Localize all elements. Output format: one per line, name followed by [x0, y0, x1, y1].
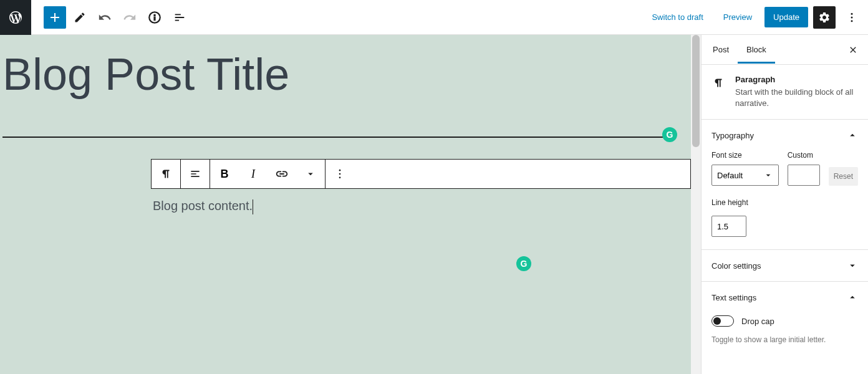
main-area: Blog Post Title G B I [0, 35, 868, 374]
close-sidebar-button[interactable] [841, 40, 866, 60]
font-size-value: Default [717, 171, 743, 180]
gear-icon [818, 11, 831, 24]
settings-sidebar: Post Block Paragraph Start with the buil… [701, 35, 868, 374]
typography-header[interactable]: Typography [702, 120, 868, 151]
outline-icon [173, 11, 186, 24]
wordpress-icon [8, 10, 23, 25]
svg-point-0 [154, 14, 155, 16]
typography-title: Typography [711, 131, 754, 140]
italic-icon: I [251, 168, 255, 181]
svg-point-4 [851, 16, 853, 18]
paragraph-icon [159, 167, 173, 181]
undo-button[interactable] [94, 6, 116, 29]
drop-cap-label: Drop cap [741, 317, 774, 326]
block-info-panel: Paragraph Start with the building block … [702, 65, 868, 120]
chevron-up-icon [847, 130, 858, 141]
settings-button[interactable] [813, 6, 836, 29]
plus-icon [47, 10, 62, 25]
editor-canvas[interactable]: Blog Post Title G B I [0, 35, 701, 374]
more-formatting-button[interactable] [296, 160, 325, 188]
more-vertical-icon [334, 168, 346, 180]
italic-button[interactable]: I [239, 160, 268, 188]
edit-mode-button[interactable] [69, 6, 91, 29]
bold-button[interactable]: B [210, 160, 239, 188]
color-settings-section: Color settings [702, 250, 868, 282]
outline-button[interactable] [168, 6, 191, 29]
drop-cap-toggle[interactable] [711, 315, 734, 327]
svg-point-3 [851, 12, 853, 14]
undo-icon [98, 11, 112, 24]
post-content[interactable]: Blog post content. [153, 199, 691, 214]
reset-button[interactable]: Reset [829, 167, 858, 186]
block-more-options-button[interactable] [326, 160, 354, 188]
redo-button[interactable] [118, 6, 141, 29]
tab-block[interactable]: Block [738, 36, 775, 63]
chevron-down-icon [763, 170, 773, 180]
scrollbar-track[interactable] [691, 35, 701, 374]
link-button[interactable] [268, 160, 296, 188]
toggle-knob [713, 317, 721, 325]
toolbar-right: Switch to draft Preview Update [644, 6, 868, 29]
svg-point-6 [339, 170, 341, 171]
close-icon [848, 45, 858, 55]
more-vertical-icon [846, 11, 858, 24]
post-title[interactable]: Blog Post Title [0, 35, 691, 99]
align-left-icon [189, 168, 201, 180]
toolbar-left [31, 6, 191, 29]
svg-point-5 [851, 20, 853, 22]
chevron-down-icon [847, 260, 858, 271]
paragraph-text: Blog post content. [153, 199, 253, 213]
title-separator [2, 137, 676, 138]
custom-font-size-input[interactable] [788, 165, 820, 186]
text-cursor [253, 199, 253, 214]
redo-icon [123, 11, 137, 24]
svg-rect-1 [154, 17, 155, 21]
pencil-icon [74, 11, 86, 24]
update-button[interactable]: Update [764, 7, 808, 27]
drop-cap-description: Toggle to show a large initial letter. [711, 335, 858, 344]
info-button[interactable] [143, 6, 166, 29]
text-settings-header[interactable]: Text settings [702, 282, 868, 313]
line-height-label: Line height [711, 198, 858, 207]
grammarly-badge[interactable]: G [516, 256, 531, 271]
svg-point-8 [339, 177, 341, 179]
top-toolbar: Switch to draft Preview Update [0, 0, 868, 35]
scrollbar-thumb[interactable] [692, 35, 700, 147]
preview-button[interactable]: Preview [716, 7, 760, 27]
typography-section: Typography Font size Default Custom [702, 120, 868, 250]
info-icon [148, 11, 162, 24]
wordpress-logo[interactable] [0, 0, 31, 35]
add-block-button[interactable] [44, 6, 66, 29]
grammarly-badge[interactable]: G [662, 127, 677, 142]
link-icon [275, 167, 289, 181]
sidebar-tabs: Post Block [702, 35, 868, 65]
paragraph-icon [711, 75, 725, 109]
block-name: Paragraph [735, 75, 858, 84]
tab-post[interactable]: Post [704, 36, 738, 63]
block-description: Start with the building block of all nar… [735, 87, 858, 109]
chevron-down-icon [305, 168, 316, 180]
align-button[interactable] [181, 160, 210, 188]
text-settings-section: Text settings Drop cap Toggle to show a … [702, 282, 868, 357]
chevron-up-icon [847, 292, 858, 303]
block-toolbar: B I [151, 159, 691, 189]
line-height-input[interactable] [711, 216, 746, 237]
font-size-select[interactable]: Default [711, 165, 779, 186]
more-options-button[interactable] [841, 6, 863, 29]
switch-to-draft-button[interactable]: Switch to draft [644, 7, 710, 27]
svg-point-7 [339, 173, 341, 175]
block-type-button[interactable] [152, 160, 180, 188]
font-size-label: Font size [711, 151, 779, 160]
text-settings-title: Text settings [711, 293, 756, 302]
color-settings-title: Color settings [711, 261, 761, 271]
custom-label: Custom [788, 151, 820, 160]
bold-icon: B [221, 168, 229, 181]
color-settings-header[interactable]: Color settings [702, 250, 868, 281]
